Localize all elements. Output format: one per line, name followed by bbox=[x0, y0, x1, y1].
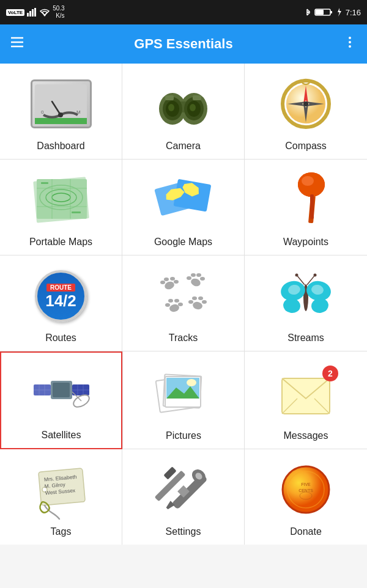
routes-item[interactable]: ROUTE 14/2 Routes bbox=[0, 255, 122, 351]
svg-point-73 bbox=[168, 299, 173, 303]
svg-point-64 bbox=[170, 277, 175, 281]
speedometer-svg: 0 M bbox=[35, 84, 87, 124]
hamburger-button[interactable] bbox=[10, 35, 24, 53]
google-maps-item[interactable]: Google Maps bbox=[122, 160, 245, 255]
svg-point-68 bbox=[191, 273, 196, 277]
settings-icon-area bbox=[150, 459, 217, 520]
google-maps-svg bbox=[154, 175, 212, 224]
waypoints-item[interactable]: Waypoints bbox=[245, 160, 367, 255]
network-speed: 50.3 K/s bbox=[53, 5, 64, 20]
more-options-button[interactable] bbox=[343, 35, 357, 53]
hamburger-icon bbox=[10, 35, 24, 50]
settings-item[interactable]: Settings bbox=[122, 449, 245, 545]
butterfly-svg bbox=[278, 270, 333, 322]
svg-point-69 bbox=[196, 273, 201, 277]
pictures-item[interactable]: Pictures bbox=[122, 351, 245, 449]
time-display: 7:16 bbox=[346, 8, 361, 17]
satellites-item[interactable]: Satellites bbox=[0, 351, 122, 449]
tracks-label: Tracks bbox=[169, 333, 198, 344]
portable-maps-icon-area bbox=[28, 169, 95, 230]
messages-badge: 2 bbox=[322, 366, 338, 381]
camera-label: Camera bbox=[166, 141, 201, 152]
svg-point-59 bbox=[302, 176, 314, 186]
camera-icon-area bbox=[150, 73, 217, 134]
satellites-icon-area bbox=[28, 362, 95, 424]
svg-point-4 bbox=[44, 15, 46, 17]
streams-label: Streams bbox=[287, 333, 324, 344]
satellite-svg bbox=[32, 367, 91, 419]
svg-point-84 bbox=[282, 296, 302, 314]
svg-point-13 bbox=[349, 45, 351, 48]
wifi-icon bbox=[39, 8, 50, 17]
messages-item[interactable]: 2 Messages bbox=[245, 351, 367, 449]
compass-label: Compass bbox=[285, 141, 327, 152]
svg-rect-3 bbox=[34, 8, 36, 17]
pictures-label: Pictures bbox=[166, 430, 201, 441]
svg-rect-50 bbox=[72, 211, 81, 213]
dashboard-icon-area: 0 M bbox=[28, 73, 95, 134]
svg-point-77 bbox=[188, 300, 193, 304]
compass-item[interactable]: Compass bbox=[245, 64, 367, 160]
svg-point-85 bbox=[310, 296, 330, 314]
svg-point-63 bbox=[164, 277, 169, 281]
charging-icon bbox=[336, 8, 342, 17]
svg-point-61 bbox=[163, 280, 175, 290]
svg-point-75 bbox=[178, 303, 183, 306]
svg-rect-60 bbox=[310, 194, 314, 219]
svg-point-65 bbox=[174, 280, 179, 284]
tracks-svg bbox=[156, 270, 211, 322]
svg-rect-7 bbox=[330, 11, 332, 13]
routes-label: Routes bbox=[45, 333, 76, 344]
route-sign: ROUTE 14/2 bbox=[35, 270, 87, 322]
google-maps-label: Google Maps bbox=[154, 237, 212, 248]
routes-icon-area: ROUTE 14/2 bbox=[28, 265, 95, 326]
donate-label: Donate bbox=[290, 526, 322, 537]
app-bar: GPS Essentials bbox=[0, 24, 367, 64]
svg-point-28 bbox=[190, 104, 196, 111]
svg-point-74 bbox=[174, 299, 179, 303]
svg-point-76 bbox=[191, 301, 203, 311]
pictures-svg bbox=[155, 369, 213, 418]
waypoints-label: Waypoints bbox=[283, 237, 328, 248]
svg-point-89 bbox=[295, 273, 298, 276]
status-right: 7:16 bbox=[303, 8, 361, 17]
waypoints-icon-area bbox=[272, 169, 339, 230]
svg-point-27 bbox=[168, 104, 174, 111]
svg-rect-2 bbox=[32, 9, 34, 17]
svg-text:M: M bbox=[76, 109, 81, 115]
portable-maps-label: Portable Maps bbox=[29, 237, 92, 248]
svg-point-91 bbox=[314, 273, 317, 276]
tags-item[interactable]: Mrs. Elisabeth M. Gilroy West Sussex Tag… bbox=[0, 449, 122, 545]
svg-text:FIVE: FIVE bbox=[301, 482, 311, 487]
svg-rect-1 bbox=[29, 11, 31, 17]
svg-point-80 bbox=[202, 300, 207, 304]
svg-rect-15 bbox=[35, 118, 87, 124]
dashboard-item[interactable]: 0 M Dashboard bbox=[0, 64, 122, 160]
streams-icon-area bbox=[272, 265, 339, 326]
camera-item[interactable]: Camera bbox=[122, 64, 245, 160]
svg-point-17 bbox=[58, 112, 63, 117]
svg-text:0: 0 bbox=[41, 109, 44, 115]
streams-item[interactable]: Streams bbox=[245, 255, 367, 351]
donate-item[interactable]: FIVE CENTS Donate bbox=[245, 449, 367, 545]
compass-svg bbox=[279, 77, 333, 131]
signal-icon bbox=[27, 8, 37, 17]
tags-icon-area: Mrs. Elisabeth M. Gilroy West Sussex bbox=[28, 459, 95, 520]
compass-icon-area bbox=[272, 73, 339, 134]
svg-rect-0 bbox=[27, 13, 29, 17]
tags-svg: Mrs. Elisabeth M. Gilroy West Sussex bbox=[34, 464, 89, 516]
svg-point-70 bbox=[200, 277, 205, 281]
svg-point-62 bbox=[160, 281, 165, 284]
portable-maps-item[interactable]: Portable Maps bbox=[0, 160, 122, 255]
map-svg bbox=[34, 176, 89, 224]
route-number: 14/2 bbox=[45, 293, 76, 309]
status-left: VoLTE 50.3 K/s bbox=[6, 5, 65, 20]
tracks-item[interactable]: Tracks bbox=[122, 255, 245, 351]
svg-rect-6 bbox=[316, 10, 324, 15]
donate-icon-area: FIVE CENTS bbox=[272, 459, 339, 520]
satellites-label: Satellites bbox=[42, 430, 81, 441]
messages-icon-area: 2 bbox=[272, 363, 339, 424]
settings-label: Settings bbox=[166, 526, 201, 537]
tracks-icon-area bbox=[150, 265, 217, 326]
svg-point-78 bbox=[192, 296, 197, 300]
